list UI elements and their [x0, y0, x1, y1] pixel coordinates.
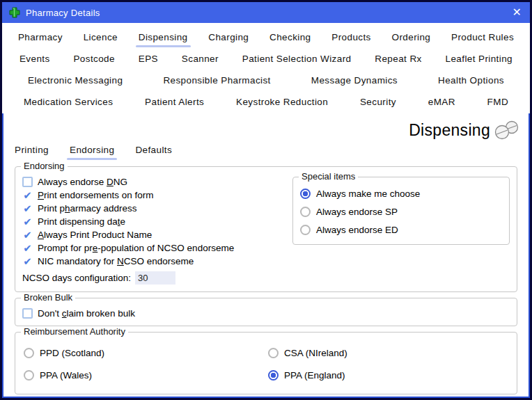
- checkbox-label: Always Print Product Name: [38, 230, 152, 240]
- tab-product-rules[interactable]: Product Rules: [450, 31, 515, 45]
- checkbox-label: Print pharmacy address: [38, 203, 137, 214]
- checkbox-unchecked-icon: [22, 308, 33, 319]
- title-bar: Pharmacy Details ✕: [2, 2, 530, 23]
- pharmacy-details-dialog: Pharmacy Details ✕ Pharmacy Licence Disp…: [0, 0, 532, 400]
- close-icon[interactable]: ✕: [513, 7, 522, 18]
- tab-dispensing[interactable]: Dispensing: [137, 31, 189, 45]
- radio-unselected-icon: [300, 225, 311, 235]
- checkbox-nic-mandatory-ncso[interactable]: ✔ NIC mandatory for NCSO endorseme: [21, 255, 292, 268]
- checkmark-icon: ✔: [22, 203, 33, 214]
- checkbox-label: Print dispensing date: [38, 216, 125, 227]
- radio-label: Always endorse SP: [316, 207, 398, 217]
- tab-patient-selection-wizard[interactable]: Patient Selection Wizard: [241, 52, 353, 67]
- broken-bulk-groupbox-label: Broken Bulk: [21, 292, 75, 303]
- tab-electronic-messaging[interactable]: Electronic Messaging: [26, 74, 124, 88]
- endorsing-checkbox-list: Always endorse DNG ✔ Print endorsements …: [21, 175, 292, 286]
- tab-medication-services[interactable]: Medication Services: [22, 95, 114, 110]
- pills-icon: [494, 120, 520, 140]
- checkbox-print-dispensing-date[interactable]: ✔ Print dispensing date: [21, 215, 292, 228]
- radio-label: Always make me choose: [316, 189, 420, 199]
- tab-scanner[interactable]: Scanner: [180, 52, 220, 67]
- page-title: Dispensing: [409, 121, 490, 140]
- special-items-groupbox: Special items Always make me choose Alwa…: [292, 177, 510, 245]
- checkbox-label: Print endorsements on form: [38, 190, 154, 200]
- tab-patient-alerts[interactable]: Patient Alerts: [143, 95, 205, 110]
- tab-pharmacy[interactable]: Pharmacy: [17, 31, 64, 45]
- endorsing-groupbox-label: Endorsing: [21, 161, 68, 171]
- tab-products[interactable]: Products: [330, 31, 372, 45]
- subtab-endorsing[interactable]: Endorsing: [68, 143, 116, 158]
- tab-eps[interactable]: EPS: [137, 52, 159, 67]
- tab-charging[interactable]: Charging: [207, 31, 250, 45]
- radio-always-make-me-choose[interactable]: Always make me choose: [299, 184, 503, 202]
- subtab-defaults[interactable]: Defaults: [134, 143, 173, 158]
- checkbox-always-print-product-name[interactable]: ✔ Always Print Product Name: [21, 228, 292, 241]
- radio-label: CSA (NIreland): [284, 348, 347, 358]
- reimbursement-options: PPD (Scotland) CSA (NIreland) PPA (Wales…: [21, 341, 511, 388]
- checkbox-unchecked-icon: [22, 177, 33, 187]
- tab-postcode[interactable]: Postcode: [72, 52, 116, 67]
- tab-emar[interactable]: eMAR: [427, 95, 457, 110]
- checkbox-print-endorsements-on-form[interactable]: ✔ Print endorsements on form: [21, 189, 292, 202]
- radio-always-endorse-ed[interactable]: Always endorse ED: [299, 221, 503, 239]
- checkmark-icon: ✔: [22, 190, 33, 200]
- tab-responsible-pharmacist[interactable]: Responsible Pharmacist: [162, 74, 272, 88]
- checkmark-icon: ✔: [22, 216, 33, 227]
- checkmark-icon: ✔: [22, 230, 33, 240]
- tab-security[interactable]: Security: [359, 95, 398, 110]
- tab-ordering[interactable]: Ordering: [391, 31, 432, 45]
- tab-keystroke-reduction[interactable]: Keystroke Reduction: [235, 95, 329, 110]
- tab-checking[interactable]: Checking: [268, 31, 312, 45]
- checkbox-prompt-ncso-prepopulation[interactable]: ✔ Prompt for pre-population of NCSO endo…: [21, 241, 292, 255]
- radio-label: Always endorse ED: [316, 225, 398, 235]
- checkbox-print-pharmacy-address[interactable]: ✔ Print pharmacy address: [21, 202, 292, 215]
- tab-fmd[interactable]: FMD: [486, 95, 510, 110]
- tab-row-1: Pharmacy Licence Dispensing Charging Che…: [2, 27, 530, 49]
- radio-ppd-scotland[interactable]: PPD (Scotland): [22, 344, 267, 362]
- radio-selected-icon: [268, 370, 279, 381]
- tab-row-2: Events Postcode EPS Scanner Patient Sele…: [2, 49, 530, 70]
- checkmark-icon: ✔: [22, 256, 33, 266]
- tab-leaflet-printing[interactable]: Leaflet Printing: [444, 52, 514, 67]
- radio-ppa-england[interactable]: PPA (England): [267, 366, 511, 384]
- checkbox-label: Always endorse DNG: [38, 177, 127, 187]
- radio-unselected-icon: [24, 348, 34, 358]
- pharmacy-cross-icon: [9, 7, 20, 18]
- radio-label: PPD (Scotland): [40, 348, 104, 358]
- checkbox-label: NIC mandatory for NCSO endorseme: [38, 256, 194, 266]
- checkbox-always-endorse-dng[interactable]: Always endorse DNG: [21, 175, 292, 189]
- ncso-days-label: NCSO days configuration:: [22, 273, 131, 283]
- tab-message-dynamics[interactable]: Message Dynamics: [310, 74, 399, 88]
- page-heading: Dispensing: [2, 113, 530, 141]
- radio-label: PPA (Wales): [40, 370, 92, 381]
- checkmark-icon: ✔: [22, 243, 33, 253]
- sub-tab-strip: Printing Endorsing Defaults: [2, 141, 530, 162]
- subtab-printing[interactable]: Printing: [13, 143, 50, 158]
- radio-unselected-icon: [24, 370, 34, 381]
- tab-repeat-rx[interactable]: Repeat Rx: [373, 52, 423, 67]
- radio-csa-nireland[interactable]: CSA (NIreland): [267, 344, 511, 362]
- dialog-button-bar: OK Cancel Apply: [2, 394, 530, 400]
- reimbursement-authority-groupbox-label: Reimbursement Authority: [21, 326, 128, 337]
- tab-row-4: Medication Services Patient Alerts Keyst…: [2, 92, 530, 113]
- radio-unselected-icon: [268, 348, 279, 358]
- ncso-days-row: NCSO days configuration:: [21, 269, 292, 286]
- endorsing-groupbox: Endorsing Always endorse DNG ✔ Print end…: [15, 166, 517, 292]
- radio-always-endorse-sp[interactable]: Always endorse SP: [299, 202, 503, 221]
- checkbox-label: Prompt for pre-population of NCSO endors…: [38, 243, 234, 253]
- tab-licence[interactable]: Licence: [82, 31, 119, 45]
- special-items-groupbox-label: Special items: [299, 171, 358, 182]
- checkbox-label: Don't claim broken bulk: [38, 308, 135, 319]
- tab-health-options[interactable]: Health Options: [437, 74, 506, 88]
- tab-strip: Pharmacy Licence Dispensing Charging Che…: [2, 23, 530, 113]
- broken-bulk-groupbox: Broken Bulk Don't claim broken bulk: [15, 298, 517, 326]
- radio-label: PPA (England): [284, 370, 345, 381]
- window-title: Pharmacy Details: [26, 8, 100, 18]
- ncso-days-input[interactable]: [135, 271, 175, 285]
- tab-events[interactable]: Events: [18, 52, 52, 67]
- radio-unselected-icon: [300, 207, 311, 217]
- radio-ppa-wales[interactable]: PPA (Wales): [22, 366, 267, 384]
- reimbursement-authority-groupbox: Reimbursement Authority PPD (Scotland) C…: [15, 332, 517, 394]
- radio-selected-icon: [300, 189, 311, 199]
- checkbox-dont-claim-broken-bulk[interactable]: Don't claim broken bulk: [21, 307, 511, 320]
